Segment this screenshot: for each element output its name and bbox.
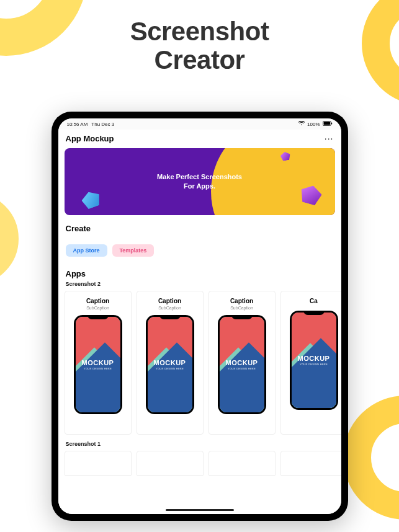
mockup-tag: YOUR DESIGN HERE	[228, 367, 256, 370]
phone-notch	[159, 315, 181, 319]
mockup-tag: YOUR DESIGN HERE	[156, 367, 184, 370]
ipad-frame: 10:56 AM Thu Dec 3 100% App Mockup ···	[52, 112, 348, 521]
status-date: Thu Dec 3	[91, 122, 114, 127]
mockup-word: MOCKUP	[298, 355, 330, 362]
card-caption: Caption	[86, 298, 109, 304]
card-caption: Caption	[230, 298, 253, 304]
hero-text: Make Perfect Screenshots For Apps.	[65, 148, 335, 215]
create-heading: Create	[58, 221, 341, 239]
chip-templates[interactable]: Templates	[112, 244, 155, 257]
wifi-icon	[298, 121, 305, 127]
phone-mockup: MOCKUPYOUR DESIGN HERE	[146, 315, 194, 414]
phone-mockup: MOCKUPYOUR DESIGN HERE	[290, 311, 338, 410]
content-area: App Mockup ··· Make Perfect Screenshots …	[58, 130, 341, 514]
nav-bar: App Mockup ···	[58, 130, 341, 146]
screenshot-card[interactable]: Caption SubCaption MOCKUPYOUR DESIGN HER…	[137, 291, 204, 435]
card-caption: Caption	[158, 298, 181, 304]
status-battery: 100%	[307, 122, 320, 127]
screenshot-card[interactable]: Caption SubCaption MOCKUPYOUR DESIGN HER…	[65, 291, 132, 435]
hero-line1: Make Perfect Screenshots	[157, 172, 242, 182]
card-subcaption: SubCaption	[230, 306, 253, 310]
hero-banner[interactable]: Make Perfect Screenshots For Apps.	[65, 148, 335, 215]
chip-row: App Store Templates	[58, 239, 341, 269]
svg-rect-2	[331, 122, 332, 124]
screenshot-card[interactable]	[280, 451, 341, 476]
mockup-word: MOCKUP	[226, 359, 258, 366]
card-caption: Ca	[310, 298, 318, 304]
battery-icon	[323, 121, 333, 127]
ipad-screen: 10:56 AM Thu Dec 3 100% App Mockup ···	[58, 118, 341, 514]
phone-mockup: MOCKUPYOUR DESIGN HERE	[74, 315, 122, 414]
mockup-word: MOCKUP	[82, 359, 114, 366]
phone-mockup: MOCKUPYOUR DESIGN HERE	[218, 315, 266, 414]
mockup-word: MOCKUP	[154, 359, 186, 366]
phone-notch	[231, 315, 253, 319]
page-title-line1: Screenshot	[130, 17, 269, 46]
more-button[interactable]: ···	[325, 133, 334, 143]
group-screenshot-2: Screenshot 2	[58, 280, 341, 291]
apps-heading: Apps	[58, 269, 341, 280]
card-row-2[interactable]	[58, 451, 341, 476]
page-title-line2: Creator	[155, 45, 245, 74]
home-indicator	[166, 509, 234, 511]
card-subcaption: SubCaption	[158, 306, 181, 310]
phone-notch	[303, 311, 325, 315]
card-row[interactable]: Caption SubCaption MOCKUPYOUR DESIGN HER…	[58, 291, 341, 440]
card-subcaption: SubCaption	[86, 306, 109, 310]
screenshot-card[interactable]: Caption SubCaption MOCKUPYOUR DESIGN HER…	[208, 291, 276, 435]
group-screenshot-1: Screenshot 1	[58, 440, 341, 451]
hero-line2: For Apps.	[184, 182, 215, 191]
svg-rect-1	[323, 122, 330, 125]
screenshot-card[interactable]	[65, 451, 132, 476]
screenshot-card[interactable]	[208, 451, 276, 476]
status-bar: 10:56 AM Thu Dec 3 100%	[58, 118, 341, 130]
mockup-tag: YOUR DESIGN HERE	[300, 363, 328, 366]
screenshot-card[interactable]	[137, 451, 204, 476]
bg-ring-bottom-right	[343, 396, 399, 520]
screenshot-card[interactable]: Ca MOCKUPYOUR DESIGN HERE	[280, 291, 341, 435]
page-title: Screenshot Creator	[0, 17, 399, 74]
mockup-tag: YOUR DESIGN HERE	[84, 367, 112, 370]
nav-title: App Mockup	[66, 134, 114, 143]
status-time: 10:56 AM	[67, 122, 88, 127]
bg-ring-mid-left	[0, 192, 19, 285]
phone-notch	[87, 315, 109, 319]
chip-app-store[interactable]: App Store	[66, 244, 107, 257]
